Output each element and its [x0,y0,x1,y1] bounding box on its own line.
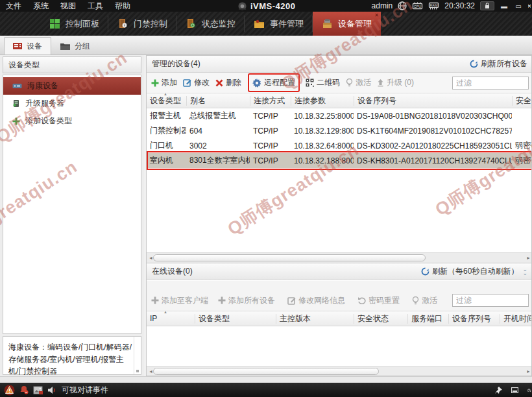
menu-view[interactable]: 视图 [54,1,82,12]
modify-netinfo-button[interactable]: 修改网络信息 [287,295,345,306]
qrcode-button[interactable]: 二维码 [306,77,340,88]
modify-device-button[interactable]: 修改 [183,77,210,88]
subtab-label: 分组 [75,41,90,52]
scroll-right-icon[interactable]: ► [526,369,531,374]
online-activate-button[interactable]: 激活 [412,295,437,306]
col-ip[interactable]: IP▲ [147,314,195,324]
status-monitor-icon [186,18,197,29]
app-title: iVMS-4200 [250,1,296,11]
ram-usage-icon[interactable]: RAM [428,2,439,10]
bulb-icon [346,78,353,87]
tab-device-management[interactable]: 设备管理 ✕ [313,12,381,36]
table-row[interactable]: 门禁控制器604TCP/IP10.18.32.129:8000DS-K1T604… [147,123,532,138]
maximize-button[interactable]: ▭ [514,1,523,10]
bulb-icon [412,296,419,305]
device-management-panel: 管理的设备(4) 刷新所有设备 添加 修改 删除 远程配置 [146,55,532,376]
reset-password-button[interactable]: 密码重置 [357,295,400,306]
upgrade-button[interactable]: 升级 (0) [377,77,414,88]
table-row[interactable]: 门口机3002TCP/IP10.18.32.64:8000DS-KD3002-2… [147,138,532,153]
managed-filter-input[interactable] [452,77,529,90]
table-row-selected[interactable]: 室内机8301全数字室内机TCP/IP10.18.32.188:8000DS-K… [147,153,532,168]
col-boot-time[interactable]: 开机时间 [500,314,532,324]
picture-event-icon[interactable] [33,386,43,394]
menu-right-cluster: admin CPU RAM 20:30:32 ▬ ▭ ✕ [372,0,532,12]
delete-device-button[interactable]: 删除 [215,77,241,88]
minimize-button[interactable]: ▬ [500,1,509,10]
col-connection-mode[interactable]: 连接方式 [250,96,291,106]
menu-tools[interactable]: 工具 [82,1,109,12]
tab-event-management[interactable]: 事件管理 [245,12,313,36]
add-icon [151,79,159,87]
tab-access-control[interactable]: 门禁控制 [108,12,176,36]
tab-label: 事件管理 [270,18,304,30]
table-row[interactable]: 报警主机总线报警主机TCP/IP10.18.32.25:8000DS-19A08… [147,108,532,123]
tab-control-panel[interactable]: 控制面板 [40,12,108,36]
scrollbar-thumb[interactable] [153,254,426,261]
cpu-usage-icon[interactable]: CPU [412,2,423,10]
col-firmware-version[interactable]: 主控版本 [276,314,354,324]
refresh-all-button[interactable]: 刷新所有设备 [470,58,527,69]
managed-hscrollbar[interactable]: ◄ ► [147,252,532,263]
add-all-devices-button[interactable]: 添加所有设备 [218,295,275,306]
collapse-chevron-icon[interactable]: ⌄⌄ [522,268,527,275]
col-connection-params[interactable]: 连接参数 [291,96,354,106]
online-hscrollbar[interactable]: ◄ ► [147,366,532,376]
tab-status-monitor[interactable]: 状态监控 [176,12,245,36]
scroll-right-icon[interactable]: ► [526,256,531,260]
sidebar-item-hikvision-device[interactable]: 海康设备 [3,77,141,95]
tab-label: 控制面板 [66,18,99,30]
col-device-type[interactable]: 设备类型▲ [147,96,186,106]
upgrade-arrow-icon [377,78,384,87]
tab-close-icon[interactable]: ✕ [374,13,379,18]
pin-icon[interactable] [494,386,503,394]
col-security-status[interactable]: 安全状态 [354,314,407,324]
col-nickname[interactable]: 别名 [186,96,250,106]
clock-label: 20:30:32 [444,1,475,10]
add-icon [12,117,20,125]
add-to-client-button[interactable]: 添加至客户端 [151,295,208,306]
tab-label: 门禁控制 [134,18,167,30]
remote-config-button[interactable]: 远程配置 [252,77,295,88]
sidebar-item-upgrade-server[interactable]: 升级服务器 [3,95,141,112]
alarm-warning-icon[interactable] [4,385,15,396]
menu-help[interactable]: 帮助 [109,1,136,12]
group-folder-icon [60,42,70,50]
undo-arrow-icon [357,296,366,304]
device-type-note: 海康设备：编码设备/门口机/解码器/存储服务器/室内机/管理机/报警主机/门禁控… [3,336,141,375]
subtab-device[interactable]: 设备 [4,37,51,54]
subtab-label: 设备 [27,41,42,52]
menu-file[interactable]: 文件 [0,1,27,12]
managed-devices-title: 管理的设备(4) [152,58,200,69]
add-device-button[interactable]: 添加 [151,77,177,88]
delete-x-icon [215,79,223,87]
col-security-status[interactable]: 安全状态 [512,96,532,106]
close-button[interactable]: ✕ [528,1,531,10]
scrollbar-thumb[interactable] [153,368,379,375]
scroll-left-icon[interactable]: ◄ [149,369,153,374]
col-serial-number[interactable]: 设备序列号 [448,314,500,324]
online-filter-input[interactable] [452,294,529,307]
managed-table-header: 设备类型▲ 别名 连接方式 连接参数 设备序列号 安全状态 [147,93,532,108]
col-service-port[interactable]: 服务端口 [407,314,448,324]
device-list-icon [13,42,22,50]
sidebar-item-add-device-type[interactable]: 添加设备类型 [3,112,141,130]
col-serial-number[interactable]: 设备序列号 [354,96,512,106]
refresh-icon [470,60,478,68]
activate-button[interactable]: 激活 [346,77,371,88]
gear-icon [252,78,261,88]
device-type-panel: 设备类型 海康设备 升级服务器 添加设备类型 海康设备：编码设备/门口机/解码器… [0,55,144,376]
alarm-event-icon[interactable] [19,385,29,394]
panel-toggle-icon[interactable] [511,387,518,393]
col-device-type[interactable]: 设备类型 [195,314,276,324]
menu-system[interactable]: 系统 [27,1,54,12]
network-globe-icon[interactable] [398,1,407,10]
lock-icon [485,3,490,9]
online-refresh-button[interactable]: 刷新（每60秒自动刷新） [421,266,518,277]
lock-button[interactable] [480,1,494,10]
app-logo: iVMS-4200 [237,0,296,12]
intercom-speaker-icon[interactable] [47,386,57,394]
clipped-edge-icon[interactable] [527,386,532,394]
scroll-left-icon[interactable]: ◄ [149,256,153,260]
subtab-group[interactable]: 分组 [51,37,99,54]
event-type-label[interactable]: 可视对讲事件 [62,385,108,396]
